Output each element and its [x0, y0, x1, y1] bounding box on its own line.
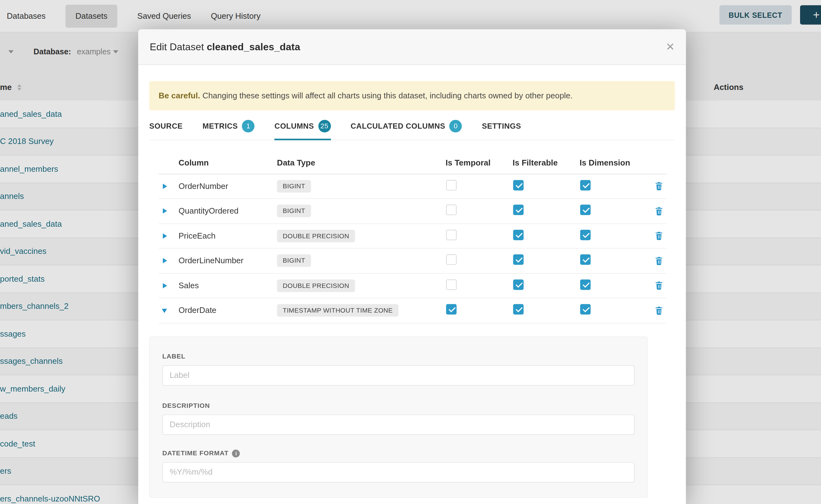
is-dimension-checkbox[interactable]: [580, 180, 591, 190]
column-header-is-dimension: Is Dimension: [580, 158, 655, 167]
column-header-data-type: Data Type: [277, 158, 446, 167]
column-row: QuantityOrderedBIGINT: [159, 199, 667, 224]
is-temporal-checkbox[interactable]: [446, 180, 457, 190]
warning-text: Changing these settings will affect all …: [202, 91, 573, 100]
modal-dataset-name: cleaned_sales_data: [207, 41, 300, 52]
tab-columns[interactable]: COLUMNS25: [274, 120, 331, 140]
expand-caret-icon[interactable]: [163, 209, 167, 214]
tab-label: CALCULATED COLUMNS: [350, 122, 445, 130]
app: DatabasesDatasetsSaved QueriesQuery Hist…: [0, 0, 821, 504]
tab-badge: 1: [242, 120, 255, 132]
modal-tabs: SOURCEMETRICS1COLUMNS25CALCULATED COLUMN…: [149, 120, 675, 140]
is-temporal-checkbox[interactable]: [446, 304, 457, 315]
datetime-format-field: DATETIME FORMAT i: [162, 449, 635, 482]
delete-column-icon[interactable]: [655, 232, 667, 240]
column-header-is-filterable: Is Filterable: [513, 158, 580, 167]
datetime-format-input[interactable]: [162, 462, 635, 482]
warning-bold: Be careful.: [159, 91, 200, 100]
tab-label: SOURCE: [149, 122, 183, 130]
columns-table-body: OrderNumberBIGINTQuantityOrderedBIGINTPr…: [159, 174, 667, 324]
tab-label: COLUMNS: [274, 122, 314, 130]
tab-label: SETTINGS: [482, 122, 522, 130]
edit-dataset-modal: Edit Dataset cleaned_sales_data × Be car…: [138, 29, 686, 504]
expand-cell: [159, 181, 179, 191]
column-row: SalesDOUBLE PRECISION: [159, 274, 667, 299]
columns-table-header: ColumnData TypeIs TemporalIs FilterableI…: [159, 153, 667, 174]
is-dimension-checkbox[interactable]: [580, 205, 591, 215]
label-input[interactable]: [162, 365, 635, 385]
tab-settings[interactable]: SETTINGS: [482, 120, 522, 140]
is-temporal-checkbox[interactable]: [446, 230, 457, 240]
is-dimension-checkbox[interactable]: [580, 230, 591, 240]
data-type-cell: BIGINT: [277, 180, 446, 192]
expand-cell: [159, 256, 179, 265]
is-temporal-checkbox[interactable]: [446, 279, 457, 290]
is-filterable-checkbox[interactable]: [513, 279, 524, 290]
is-dimension-checkbox[interactable]: [580, 304, 591, 315]
column-name: PriceEach: [179, 231, 277, 241]
label-field-label: LABEL: [162, 353, 185, 360]
close-icon[interactable]: ×: [666, 40, 674, 54]
tab-badge: 0: [450, 120, 462, 132]
is-dimension-checkbox[interactable]: [580, 254, 591, 265]
column-header-column: Column: [179, 158, 277, 167]
column-name: OrderDate: [179, 306, 277, 315]
modal-title-prefix: Edit Dataset: [150, 41, 206, 52]
expand-caret-icon[interactable]: [163, 184, 167, 189]
modal-header: Edit Dataset cleaned_sales_data ×: [138, 29, 686, 65]
description-field: DESCRIPTION: [162, 400, 635, 435]
description-input[interactable]: [162, 414, 635, 435]
tab-source[interactable]: SOURCE: [149, 120, 183, 140]
expand-caret-icon[interactable]: [163, 233, 167, 239]
warning-banner: Be careful. Changing these settings will…: [149, 81, 675, 110]
data-type-cell: BIGINT: [277, 205, 446, 217]
delete-column-icon[interactable]: [655, 207, 667, 215]
delete-column-icon[interactable]: [655, 281, 667, 290]
is-temporal-checkbox[interactable]: [446, 205, 457, 215]
column-name: OrderLineNumber: [179, 256, 277, 265]
is-filterable-checkbox[interactable]: [513, 254, 524, 265]
column-row: OrderDateTIMESTAMP WITHOUT TIME ZONE: [159, 299, 667, 324]
delete-column-icon[interactable]: [655, 306, 667, 315]
expand-caret-icon[interactable]: [163, 258, 167, 264]
data-type-cell: DOUBLE PRECISION: [277, 230, 446, 242]
data-type-pill: BIGINT: [277, 205, 311, 217]
data-type-cell: DOUBLE PRECISION: [277, 279, 446, 292]
delete-column-icon[interactable]: [655, 256, 667, 265]
expand-cell: [159, 231, 179, 241]
info-icon[interactable]: i: [232, 449, 240, 457]
is-dimension-checkbox[interactable]: [580, 279, 591, 290]
expanded-column-editor: LABEL DESCRIPTION DATETIME FORMAT i: [149, 336, 648, 497]
tab-calculated-columns[interactable]: CALCULATED COLUMNS0: [350, 120, 462, 140]
tab-label: METRICS: [202, 122, 238, 130]
data-type-pill: DOUBLE PRECISION: [277, 230, 355, 242]
tab-badge: 25: [318, 120, 330, 132]
data-type-pill: BIGINT: [277, 180, 311, 192]
column-row: PriceEachDOUBLE PRECISION: [159, 224, 667, 249]
column-row: OrderLineNumberBIGINT: [159, 249, 667, 274]
data-type-pill: DOUBLE PRECISION: [277, 279, 355, 292]
column-row: OrderNumberBIGINT: [159, 174, 667, 199]
modal-body: Be careful. Changing these settings will…: [138, 81, 686, 498]
delete-column-icon[interactable]: [655, 182, 667, 190]
modal-title: Edit Dataset cleaned_sales_data: [150, 41, 300, 53]
is-filterable-checkbox[interactable]: [513, 180, 524, 190]
datetime-format-field-label: DATETIME FORMAT: [162, 450, 229, 457]
expand-cell: [159, 206, 179, 216]
is-temporal-checkbox[interactable]: [446, 254, 457, 265]
columns-table: ColumnData TypeIs TemporalIs FilterableI…: [159, 153, 667, 323]
tab-metrics[interactable]: METRICS1: [202, 120, 255, 140]
is-filterable-checkbox[interactable]: [513, 230, 524, 240]
collapse-caret-icon[interactable]: [162, 309, 167, 313]
expand-cell: [159, 306, 179, 315]
data-type-pill: TIMESTAMP WITHOUT TIME ZONE: [277, 304, 398, 317]
column-header-is-temporal: Is Temporal: [446, 158, 513, 167]
is-filterable-checkbox[interactable]: [513, 304, 524, 315]
column-name: QuantityOrdered: [179, 206, 277, 216]
data-type-pill: BIGINT: [277, 254, 311, 267]
data-type-cell: TIMESTAMP WITHOUT TIME ZONE: [277, 304, 446, 317]
label-field: LABEL: [162, 351, 635, 386]
data-type-cell: BIGINT: [277, 254, 446, 267]
is-filterable-checkbox[interactable]: [513, 205, 524, 215]
expand-caret-icon[interactable]: [163, 283, 167, 289]
